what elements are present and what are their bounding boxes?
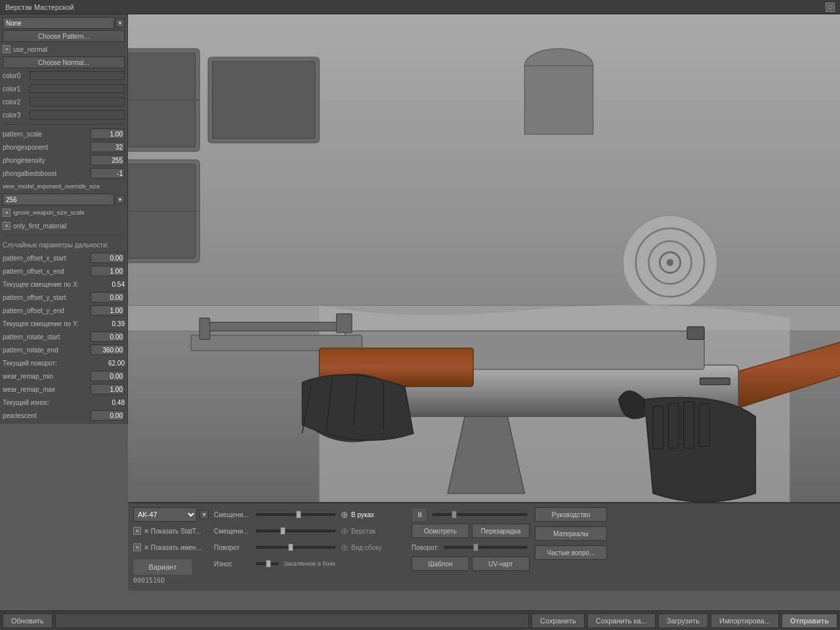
phongexponent-row: phongexponent	[3, 141, 125, 153]
in-hands-label: В руках	[351, 511, 374, 518]
pattern-offset-y-start-input[interactable]	[91, 292, 125, 303]
offset-slider-1[interactable]	[256, 513, 335, 516]
playback-slider[interactable]	[432, 513, 527, 516]
pattern-scale-input[interactable]	[91, 129, 125, 139]
pattern-offset-x-end-row: pattern_offset_x_end	[3, 265, 125, 277]
view-mode-col: ⊕ В руках ⊕ Верстак ⊕ Вид сбоку	[341, 507, 406, 555]
viewport	[128, 14, 840, 502]
use-normal-checkbox[interactable]: ✕	[3, 45, 10, 53]
phongexponent-input[interactable]	[91, 142, 125, 152]
uv-chart-btn[interactable]: UV-чарт	[472, 556, 530, 571]
offset-thumb-2	[280, 527, 285, 535]
refresh-btn[interactable]: Обновить	[3, 614, 52, 628]
weapon-dropdown-arrow[interactable]: ▼	[200, 510, 209, 519]
save-as-btn[interactable]: Сохранить ка...	[587, 614, 656, 628]
pearlescent-label: pearlescent	[3, 412, 89, 419]
statusbar: Обновить Сохранить Сохранить ка... Загру…	[0, 610, 840, 630]
left-panel: None ▼ Choose Pattern... ✕ use_normal Ch…	[0, 14, 128, 424]
weapon-select[interactable]: АК-47	[133, 507, 197, 522]
offset-thumb-1	[296, 511, 301, 518]
rotation-ctrl-thumb	[473, 543, 478, 551]
variant-id: 0001516D	[133, 577, 209, 584]
faq-btn[interactable]: Частые вопро...	[535, 545, 607, 560]
pattern-rotate-end-label: pattern_rotate_end	[3, 346, 89, 354]
rotation-ctrl-slider[interactable]	[444, 546, 527, 549]
pattern-scale-row: pattern_scale	[3, 128, 125, 140]
template-uv-row: Шаблон UV-чарт	[411, 556, 530, 571]
pattern-offset-y-end-input[interactable]	[91, 305, 125, 316]
show-stat-checkbox[interactable]: ✕	[133, 527, 141, 535]
pause-icon: ⏸	[416, 511, 423, 518]
none-select-row: None ▼	[3, 17, 125, 29]
pattern-rotate-start-input[interactable]	[91, 331, 125, 342]
ignore-weapon-checkbox[interactable]: ✕	[3, 209, 10, 217]
pattern-rotate-end-input[interactable]	[91, 345, 125, 355]
show-name-row: ✕ ✕ Показать имен...	[133, 540, 209, 555]
wear-slider[interactable]	[256, 562, 278, 565]
pause-btn[interactable]: ⏸	[411, 507, 427, 522]
phongalbedoboost-input[interactable]	[91, 168, 125, 178]
pattern-offset-x-start-input[interactable]	[91, 253, 125, 263]
color1-label: color1	[3, 85, 28, 93]
inspect-reload-row: Осмотреть Перезарядка	[411, 524, 530, 538]
wear-remap-max-input[interactable]	[91, 384, 125, 394]
status-input[interactable]	[55, 614, 529, 628]
color0-row: color0	[3, 70, 125, 81]
svg-point-18	[667, 259, 673, 266]
save-btn[interactable]: Сохранить	[532, 614, 585, 628]
close-button[interactable]: □	[826, 3, 835, 12]
svg-rect-13	[524, 66, 593, 134]
load-btn[interactable]: Загрузить	[658, 614, 708, 628]
reload-btn[interactable]: Перезарядка	[472, 524, 530, 538]
phongalbedoboost-row: phongalbedoboost	[3, 167, 125, 179]
view-model-select-row: 256 ▼	[3, 194, 125, 205]
current-wear-label: Текущий износ:	[3, 399, 110, 406]
rotation-label: Поворот	[214, 544, 253, 551]
pattern-offset-x-end-input[interactable]	[91, 266, 125, 276]
only-first-material-label: only_first_material	[13, 222, 66, 230]
phongintensity-input[interactable]	[91, 155, 125, 165]
pattern-offset-y-end-row: pattern_offset_y_end	[3, 304, 125, 316]
svg-rect-28	[700, 378, 730, 385]
color2-swatch[interactable]	[30, 97, 125, 106]
import-btn[interactable]: Импортирова...	[711, 614, 779, 628]
use-normal-label: use_normal	[13, 46, 47, 53]
wear-sub-label: Закалённое в боях	[284, 560, 335, 567]
color1-swatch[interactable]	[30, 84, 125, 93]
offset-slider-2[interactable]	[256, 530, 335, 532]
only-first-material-checkbox[interactable]: ✕	[3, 222, 10, 230]
rotation-row: Поворот	[214, 540, 335, 555]
current-rotate-value: 62.00	[108, 360, 125, 367]
template-btn[interactable]: Шаблон	[411, 556, 469, 571]
current-x-label: Текущее смещение по X:	[3, 281, 110, 288]
current-x-row: Текущее смещение по X: 0.54	[3, 278, 125, 290]
color3-swatch[interactable]	[30, 110, 125, 119]
show-name-checkbox[interactable]: ✕	[133, 543, 141, 551]
pattern-offset-y-start-label: pattern_offset_y_start	[3, 294, 89, 301]
rotation-slider[interactable]	[256, 546, 335, 549]
offset-label-2: Смещени...	[214, 528, 253, 535]
materials-btn[interactable]: Материалы	[535, 526, 607, 541]
pearlescent-input[interactable]	[91, 410, 125, 421]
phongintensity-row: phongintensity	[3, 154, 125, 166]
color0-swatch[interactable]	[30, 71, 125, 80]
pattern-offset-x-end-label: pattern_offset_x_end	[3, 268, 89, 275]
window-title: Верстак Мастерской	[5, 3, 74, 11]
wear-remap-min-input[interactable]	[91, 371, 125, 381]
inspect-btn[interactable]: Осмотреть	[411, 524, 469, 538]
variant-btn[interactable]: Вариант	[133, 559, 192, 575]
rotation-colon-label: Поворот:	[411, 544, 439, 551]
send-btn[interactable]: Отправить	[782, 614, 837, 628]
sliders-col: Смещени... Смещени... Поворот	[214, 507, 335, 571]
view-model-dropdown-arrow[interactable]: ▼	[116, 195, 125, 204]
choose-pattern-btn[interactable]: Choose Pattern...	[3, 30, 125, 42]
choose-normal-btn[interactable]: Choose Normal...	[3, 56, 125, 68]
current-rotate-row: Текущий поворот: 62.00	[3, 357, 125, 369]
pattern-offset-y-end-label: pattern_offset_y_end	[3, 307, 89, 314]
in-hands-row: ⊕ В руках	[341, 507, 406, 522]
guide-btn[interactable]: Руководство	[535, 507, 607, 522]
view-model-value: 256	[6, 196, 17, 203]
wear-remap-max-row: wear_remap_max	[3, 383, 125, 395]
wear-remap-min-row: wear_remap_min	[3, 370, 125, 382]
none-dropdown-arrow[interactable]: ▼	[116, 18, 125, 28]
